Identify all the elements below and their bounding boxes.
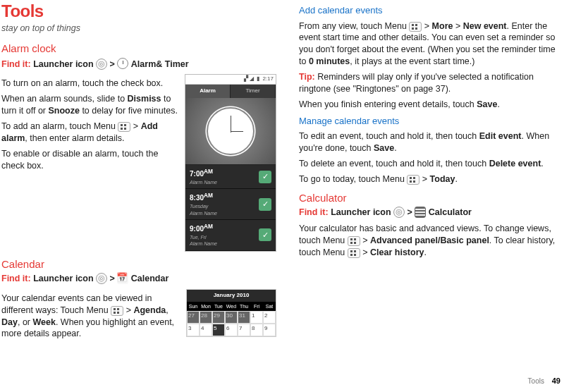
panel-bold: Advanced panel/Basic panel (370, 235, 489, 245)
alarm-time: 8:30 (190, 195, 204, 202)
dismiss-bold: Dismiss (128, 94, 161, 104)
cal-cell[interactable]: 1 (250, 311, 263, 324)
cal-cell[interactable]: 31 (238, 311, 250, 324)
manage-p1: To edit an event, touch and hold it, the… (299, 130, 560, 154)
save-bold: Save (477, 99, 497, 109)
cal-cell[interactable]: 28 (200, 311, 212, 324)
ampm: AM (204, 192, 213, 199)
alarm-row[interactable]: 7:00AMAlarm Name ✓ (185, 165, 276, 189)
calendar-day-header: Sun Mon Tue Wed Thu Fri Sat (187, 302, 276, 311)
ampm: AM (204, 168, 213, 175)
day-bold: Day (1, 317, 18, 327)
check-icon[interactable]: ✓ (259, 171, 271, 183)
launcher-icon (96, 273, 107, 284)
clear-history-bold: Clear history (370, 247, 424, 257)
alarm-phone-mock: ▞ ◢ ▮ 2:17 Alarm Timer 7:00AMAlarm Name … (185, 74, 276, 251)
check-icon[interactable]: ✓ (259, 198, 271, 211)
t: To go to today, touch Menu (299, 174, 407, 184)
menu-icon (409, 22, 422, 32)
t: , then enter alarm details. (25, 133, 124, 143)
menu-icon (407, 175, 419, 185)
manage-p3: To go to today, touch Menu > Today. (299, 173, 560, 185)
t: > (453, 21, 462, 31)
week-bold: Week (32, 317, 55, 327)
launcher-icon (393, 207, 405, 218)
battery-icon: ▮ (257, 75, 259, 83)
alarm-p4: To enable or disable an alarm, touch the… (1, 148, 179, 172)
t: From any view, touch Menu (299, 21, 409, 31)
t: , or (18, 317, 33, 327)
calculator-icon (415, 207, 426, 218)
cal-cell[interactable]: 4 (200, 324, 212, 336)
alarm-row[interactable]: 9:00AMTue, Fri Alarm Name ✓ (185, 220, 276, 251)
clock-face (185, 98, 276, 165)
calendar-month: January 2010 (187, 290, 276, 302)
manage-p2: To delete an event, touch and hold it, t… (299, 158, 560, 170)
more-bold: More (432, 21, 453, 31)
t: . (394, 143, 396, 153)
calendar-heading: Calendar (1, 257, 276, 271)
cal-cell[interactable]: 7 (238, 324, 250, 336)
t: To edit an event, touch and hold it, the… (299, 131, 479, 141)
status-time: 2:17 (262, 75, 274, 83)
cal-cell[interactable]: 2 (263, 311, 276, 324)
alarm-p2: When an alarm sounds, slide to Dismiss t… (1, 93, 179, 117)
tab-alarm[interactable]: Alarm (185, 85, 231, 98)
t: Reminders will play only if you've selec… (299, 72, 534, 94)
manage-heading: Manage calendar events (299, 115, 560, 128)
signal-icon: ▞ ◢ (244, 75, 254, 83)
findit-sep: > (110, 59, 118, 69)
calendar-mock: January 2010 Sun Mon Tue Wed Thu Fri Sat… (186, 289, 276, 337)
add-p1: From any view, touch Menu > More > New e… (299, 20, 560, 68)
alarm-timer-icon (117, 58, 128, 69)
alarm-sub: Tue, Fri Alarm Name (190, 234, 217, 247)
t: , it plays at the event start time.) (350, 56, 474, 66)
alarm-findit: Find it: Launcher icon > Alarm& Timer (1, 58, 276, 71)
alarm-p3: To add an alarm, touch Menu > Add alarm,… (1, 121, 179, 145)
t: When you finish entering event details, … (299, 99, 477, 109)
cal-cell[interactable]: 27 (187, 311, 200, 324)
status-bar: ▞ ◢ ▮ 2:17 (185, 75, 276, 85)
findit-launcher: Launcher icon (33, 59, 93, 69)
cal-cell[interactable]: 30 (225, 311, 238, 324)
tab-timer[interactable]: Timer (231, 85, 276, 98)
calendar-grid[interactable]: 27 28 29 30 31 1 2 3 4 5 6 7 8 9 (187, 311, 276, 336)
menu-icon (348, 248, 360, 258)
t: When an alarm sounds, slide to (1, 94, 128, 104)
edit-event-bold: Edit event (479, 131, 522, 141)
launcher-icon (96, 59, 107, 70)
cal-cell[interactable]: 29 (212, 311, 225, 324)
cal-cell[interactable]: 9 (263, 324, 276, 336)
calendar-icon (117, 273, 128, 284)
clock-dial (207, 107, 255, 155)
alarm-sub: Alarm Name (190, 179, 217, 185)
findit-target: Calculator (429, 207, 472, 217)
calculator-heading: Calculator (299, 191, 560, 205)
check-icon[interactable]: ✓ (259, 228, 271, 241)
cal-cell[interactable]: 6 (225, 324, 238, 336)
page-title: Tools (1, 0, 276, 23)
calc-findit: Find it: Launcher icon > Calculator (299, 207, 560, 219)
add-p3: When you finish entering event details, … (299, 99, 560, 111)
alarm-heading: Alarm clock (1, 42, 276, 56)
footer-label: Tools (528, 377, 544, 385)
snooze-bold: Snooze (48, 106, 79, 116)
t: , (166, 305, 168, 315)
new-event-bold: New event (463, 21, 507, 31)
agenda-bold: Agenda (133, 305, 166, 315)
cal-cell[interactable]: 5 (212, 324, 225, 336)
findit-label: Find it: (299, 207, 329, 217)
t: . (455, 174, 457, 184)
cal-cell[interactable]: 3 (187, 324, 200, 336)
alarm-row[interactable]: 8:30AMTuesday Alarm Name ✓ (185, 189, 276, 220)
dayhdr: Tue (212, 302, 225, 311)
findit-label: Find it: (1, 274, 31, 283)
alarm-time: 7:00 (190, 170, 204, 178)
findit-sep: > (408, 207, 415, 217)
calendar-p1: Your calendar events can be viewed in di… (1, 293, 180, 341)
t: To add an alarm, touch Menu (1, 121, 118, 131)
page-number: 49 (552, 376, 560, 385)
cal-cell[interactable]: 8 (250, 324, 263, 336)
t: to delay for five minutes. (80, 106, 178, 116)
findit-target: Calendar (131, 274, 169, 283)
